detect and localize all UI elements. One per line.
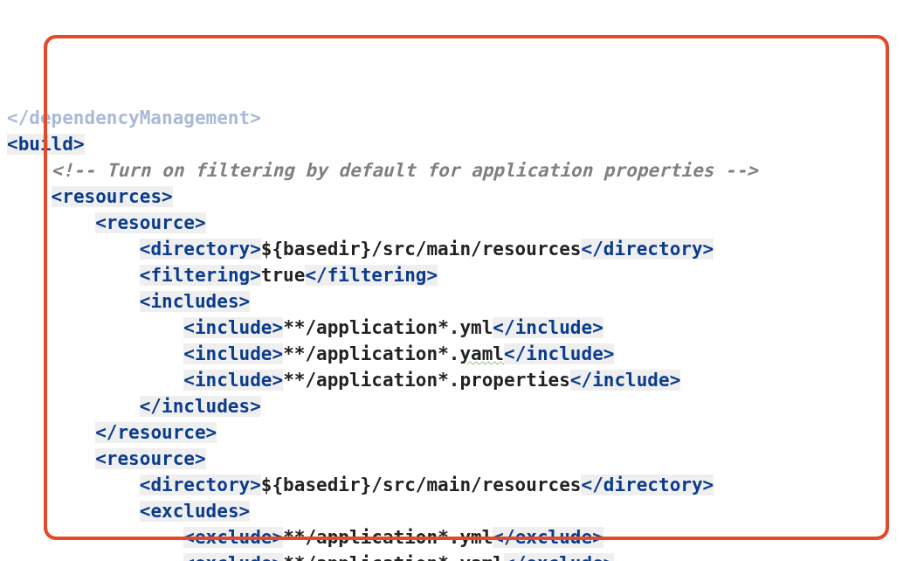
code-block: </dependencyManagement><build> <!-- Turn… — [0, 105, 924, 561]
